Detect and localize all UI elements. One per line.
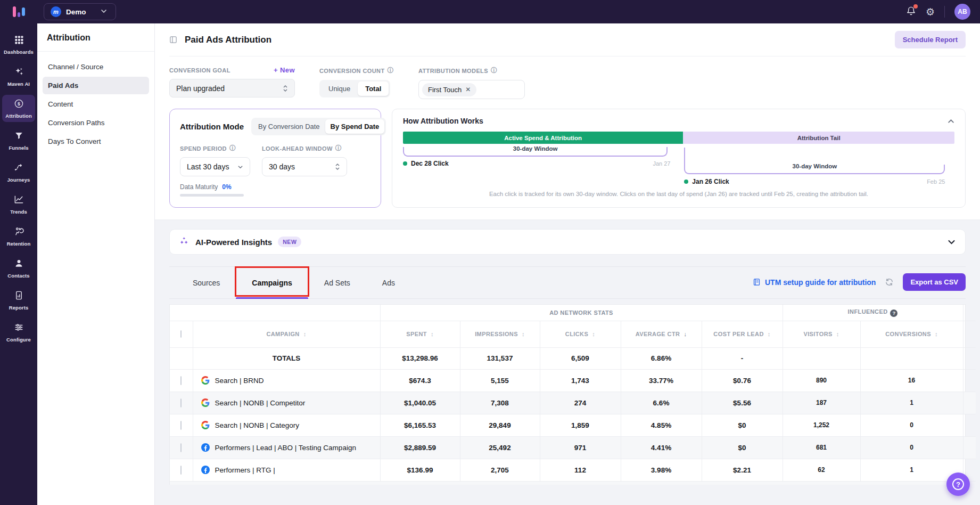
- window1-start: Dec 28 Click: [411, 160, 449, 167]
- row-checkbox[interactable]: [180, 421, 182, 430]
- conversion-goal-select[interactable]: Plan upgraded: [169, 79, 295, 97]
- facebook-icon: [201, 466, 210, 474]
- tab-sources[interactable]: Sources: [177, 267, 236, 298]
- row-checkbox[interactable]: [180, 376, 182, 385]
- column-impressions[interactable]: IMPRESSIONS↕: [460, 321, 540, 347]
- row-checkbox[interactable]: [180, 466, 182, 475]
- app-logo: [0, 6, 37, 17]
- export-csv-button[interactable]: Export as CSV: [903, 273, 966, 291]
- next-row-partial: [169, 482, 966, 485]
- column-clicks[interactable]: CLICKS↕: [540, 321, 621, 347]
- bracket-riser-line: [684, 148, 685, 165]
- report-doc-icon: [14, 290, 24, 303]
- data-maturity: Data Maturity 0%: [180, 183, 370, 191]
- grid-icon: [14, 35, 24, 47]
- subnav-item-paid-ads[interactable]: Paid Ads: [43, 77, 149, 94]
- new-badge: NEW: [278, 237, 301, 247]
- sidebar-item-trends[interactable]: Trends: [2, 191, 35, 218]
- person-icon: [14, 258, 24, 271]
- dollar-circle-icon: $: [14, 99, 24, 111]
- tab-ads[interactable]: Ads: [366, 267, 411, 298]
- chevron-up-icon[interactable]: [948, 118, 954, 125]
- refresh-icon[interactable]: [885, 278, 894, 287]
- column-campaign[interactable]: CAMPAIGN↕: [193, 321, 380, 347]
- subnav-item-content[interactable]: Content: [43, 95, 149, 113]
- toggle-option-unique[interactable]: Unique: [321, 82, 358, 96]
- sort-icon[interactable]: ↕: [303, 331, 307, 337]
- help-button[interactable]: ?: [946, 473, 970, 496]
- sidebar-item-contacts[interactable]: Contacts: [2, 255, 35, 282]
- column-visitors[interactable]: VISITORS↕: [783, 321, 860, 347]
- google-ads-icon: [201, 421, 210, 429]
- column-conversions[interactable]: CONVERSIONS↕: [860, 321, 963, 347]
- new-goal-link[interactable]: + New: [274, 66, 295, 74]
- sort-icon[interactable]: ↕: [431, 331, 434, 337]
- column-average-ctr[interactable]: AVERAGE CTR↓: [621, 321, 702, 347]
- table-group-header-row: AD NETWORK STATS INFLUENCED?: [170, 305, 976, 321]
- data-maturity-bar: [180, 194, 244, 197]
- info-icon: ⓘ: [335, 144, 342, 153]
- table-row[interactable]: Search | BRND $674.3 5,155 1,743 33.77% …: [170, 369, 976, 392]
- attribution-models-input[interactable]: First Touch ✕: [418, 80, 525, 99]
- tab-campaigns[interactable]: Campaigns: [236, 267, 308, 298]
- sidebar-item-dashboards[interactable]: Dashboards: [2, 31, 35, 58]
- row-checkbox[interactable]: [180, 398, 182, 408]
- workspace-logo-icon: m: [51, 6, 61, 17]
- column-spent[interactable]: SPENT↕: [380, 321, 460, 347]
- collapse-panel-icon[interactable]: [169, 36, 177, 44]
- sidebar-item-journeys[interactable]: Journeys: [2, 159, 35, 186]
- notifications-bell-icon[interactable]: [906, 6, 916, 18]
- chevron-down-icon: [101, 7, 107, 17]
- sidebar-item-reports[interactable]: Reports: [2, 287, 35, 314]
- campaign-name: Performers | RTG |: [215, 466, 275, 474]
- google-ads-icon: [201, 376, 210, 385]
- sort-icon[interactable]: ↕: [592, 331, 595, 337]
- sidebar-item-retention[interactable]: Retention: [2, 223, 35, 250]
- subnav-item-channel-source[interactable]: Channel / Source: [43, 58, 149, 76]
- google-ads-icon: [201, 398, 210, 407]
- subnav-item-days-to-convert[interactable]: Days To Convert: [43, 133, 149, 150]
- sidebar-item-configure[interactable]: Configure: [2, 319, 35, 346]
- sidebar-item-attribution[interactable]: $ Attribution: [2, 95, 35, 122]
- utm-setup-guide-link[interactable]: UTM setup guide for attribution: [753, 278, 876, 287]
- attribution-tail-bar: Attribution Tail: [683, 132, 954, 144]
- tab-ad-sets[interactable]: Ad Sets: [308, 267, 366, 298]
- campaign-name: Performers | Lead | ABO | Testing Campai…: [215, 444, 356, 452]
- settings-gear-icon[interactable]: ⚙: [926, 7, 935, 17]
- subnav-item-conversion-paths[interactable]: Conversion Paths: [43, 114, 149, 132]
- sidebar-item-maven-ai[interactable]: Maven AI: [2, 63, 35, 90]
- toggle-option-total[interactable]: Total: [358, 82, 389, 96]
- toggle-by-spend-date[interactable]: By Spend Date: [325, 119, 385, 134]
- workspace-name: Demo: [66, 8, 86, 16]
- schedule-report-button[interactable]: Schedule Report: [895, 31, 966, 48]
- column-cost-per-lead[interactable]: COST PER LEAD↕: [702, 321, 783, 347]
- table-row[interactable]: Performers | Lead | ABO | Testing Campai…: [170, 436, 976, 459]
- active-spend-bar: Active Spend & Attribution: [403, 132, 683, 144]
- sort-desc-icon[interactable]: ↓: [683, 331, 687, 337]
- window1-end: Jan 27: [653, 160, 670, 167]
- facebook-icon: [201, 443, 210, 452]
- sort-icon[interactable]: ↕: [935, 331, 938, 337]
- select-all-checkbox[interactable]: [180, 330, 182, 338]
- user-avatar[interactable]: AB: [954, 4, 970, 20]
- sidebar-item-funnels[interactable]: Funnels: [2, 127, 35, 154]
- row-checkbox[interactable]: [180, 443, 182, 452]
- campaigns-table: AD NETWORK STATS INFLUENCED? CAMPAIGN↕ S…: [169, 304, 966, 482]
- table-row[interactable]: Performers | RTG | $136.99 2,705 112 3.9…: [170, 459, 976, 481]
- info-icon: ⓘ: [491, 66, 497, 75]
- look-ahead-select[interactable]: 30 days: [262, 157, 347, 176]
- table-column-header-row: CAMPAIGN↕ SPENT↕ IMPRESSIONS↕ CLICKS↕ AV…: [170, 321, 976, 347]
- sort-icon[interactable]: ↕: [522, 331, 525, 337]
- chevron-down-icon[interactable]: [948, 238, 956, 246]
- window2-end: Feb 25: [927, 178, 945, 185]
- spend-period-select[interactable]: Last 30 days: [180, 157, 250, 176]
- sort-icon[interactable]: ↕: [836, 331, 839, 337]
- window-bracket-1: 30-day Window: [403, 147, 668, 157]
- toggle-by-conversion-date[interactable]: By Conversion Date: [253, 119, 325, 134]
- table-row[interactable]: Search | NONB | Competitor $1,040.05 7,3…: [170, 392, 976, 414]
- ai-insights-card[interactable]: AI-Powered Insights NEW: [169, 229, 966, 255]
- sort-icon[interactable]: ↕: [768, 331, 771, 337]
- remove-chip-icon[interactable]: ✕: [465, 86, 471, 93]
- table-row[interactable]: Search | NONB | Category $6,165.53 29,84…: [170, 414, 976, 436]
- workspace-selector[interactable]: m Demo: [44, 3, 116, 20]
